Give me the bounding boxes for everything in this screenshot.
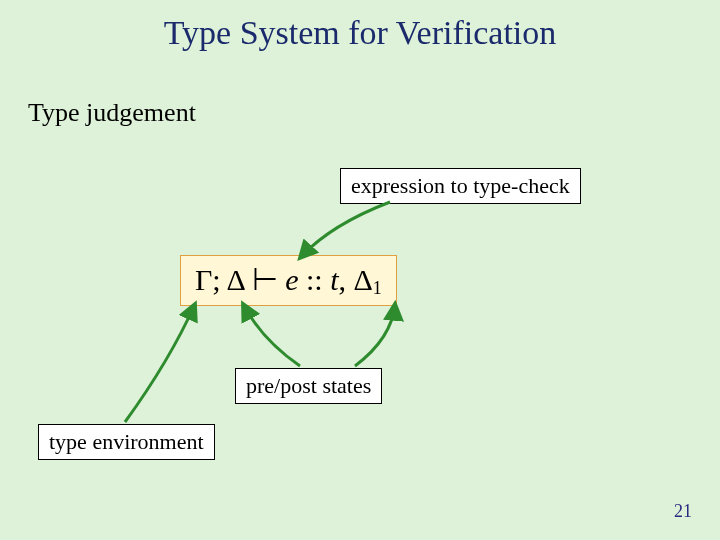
sym-delta1: Δ (354, 263, 373, 296)
sym-sub1: 1 (373, 278, 382, 298)
type-judgement-formula: Γ; Δ ⊢ e :: t, Δ1 (180, 255, 397, 306)
arrow-prepost-to-delta (243, 304, 300, 366)
sym-t: t (330, 263, 338, 296)
arrow-expr-to-e (300, 202, 390, 258)
sym-gamma: Γ (195, 263, 212, 296)
sym-comma: , (339, 263, 354, 296)
sym-vdash: ⊢ (244, 263, 285, 296)
slide-title: Type System for Verification (0, 14, 720, 52)
label-expression: expression to type-check (340, 168, 581, 204)
arrow-typeenv-to-gamma (125, 304, 195, 422)
sym-e: e (285, 263, 298, 296)
label-prepost: pre/post states (235, 368, 382, 404)
sym-sep1: ; (212, 263, 226, 296)
arrow-prepost-to-delta1 (355, 304, 395, 366)
sym-coloncolon: :: (299, 263, 331, 296)
sym-delta: Δ (227, 263, 245, 296)
section-heading: Type judgement (28, 98, 196, 128)
label-typeenv: type environment (38, 424, 215, 460)
page-number: 21 (674, 501, 692, 522)
